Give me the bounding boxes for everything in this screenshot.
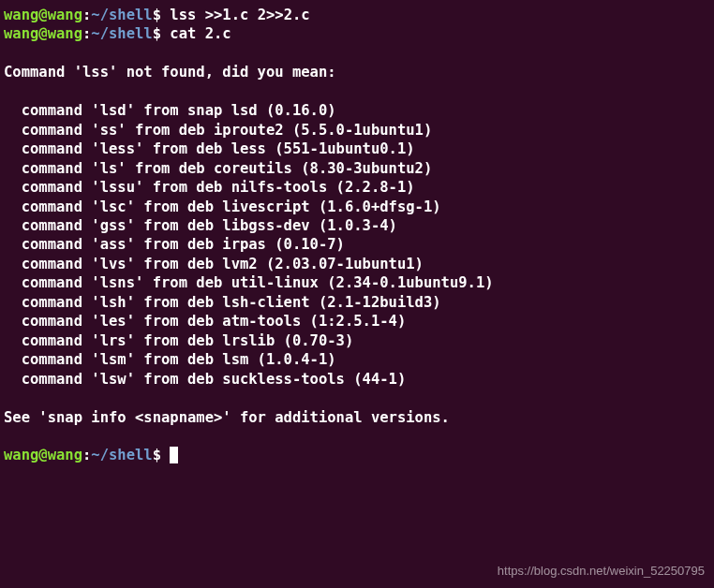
blank-line [4, 82, 710, 101]
suggestion-line: command 'lsh' from deb lsh-client (2.1-1… [4, 293, 710, 312]
command-text [161, 447, 170, 463]
suggestion-line: command 'ss' from deb iproute2 (5.5.0-1u… [4, 121, 710, 140]
suggestion-line: command 'lsns' from deb util-linux (2.34… [4, 273, 710, 292]
suggestion-line: command 'lssu' from deb nilfs-tools (2.2… [4, 178, 710, 197]
prompt-line-2: wang@wang:~/shell$ cat 2.c [4, 24, 710, 43]
error-header: Command 'lss' not found, did you mean: [4, 63, 710, 81]
suggestion-line: command 'lsm' from deb lsm (1.0.4-1) [4, 350, 710, 369]
user-host: wang@wang [4, 447, 82, 463]
prompt-line-3[interactable]: wang@wang:~/shell$ [4, 446, 710, 464]
suggestion-line: command 'lvs' from deb lvm2 (2.03.07-1ub… [4, 255, 710, 273]
suggestion-line: command 'lrs' from deb lrslib (0.70-3) [4, 331, 710, 350]
colon: : [82, 447, 91, 463]
dollar: $ [153, 25, 161, 42]
suggestion-line: command 'lsd' from snap lsd (0.16.0) [4, 101, 710, 120]
path: ~/shell [91, 447, 152, 463]
blank-line [4, 44, 710, 63]
footer-text: See 'snap info <snapname>' for additiona… [4, 408, 710, 427]
suggestion-line: command 'lsw' from deb suckless-tools (4… [4, 370, 710, 389]
user-host: wang@wang [4, 7, 82, 23]
suggestion-line: command 'less' from deb less (551-1ubunt… [4, 140, 710, 158]
suggestion-line: command 'ass' from deb irpas (0.10-7) [4, 235, 710, 254]
colon: : [82, 7, 91, 23]
blank-line [4, 389, 710, 407]
suggestion-line: command 'les' from deb atm-tools (1:2.5.… [4, 312, 710, 331]
cursor-icon [170, 447, 178, 463]
suggestion-line: command 'lsc' from deb livescript (1.6.0… [4, 198, 710, 216]
suggestion-line: command 'ls' from deb coreutils (8.30-3u… [4, 159, 710, 178]
blank-line [4, 427, 710, 446]
watermark: https://blog.csdn.net/weixin_52250795 [498, 563, 705, 579]
path: ~/shell [91, 7, 152, 23]
dollar: $ [153, 447, 161, 463]
colon: : [82, 25, 91, 42]
user-host: wang@wang [4, 25, 82, 42]
command-text [161, 25, 170, 42]
command-text [161, 7, 170, 23]
command-1: lss >>1.c 2>>2.c [170, 7, 309, 23]
suggestion-line: command 'gss' from deb libgss-dev (1.0.3… [4, 216, 710, 235]
path: ~/shell [91, 25, 152, 42]
command-2: cat 2.c [170, 25, 231, 42]
dollar: $ [153, 7, 161, 23]
prompt-line-1: wang@wang:~/shell$ lss >>1.c 2>>2.c [4, 6, 710, 24]
